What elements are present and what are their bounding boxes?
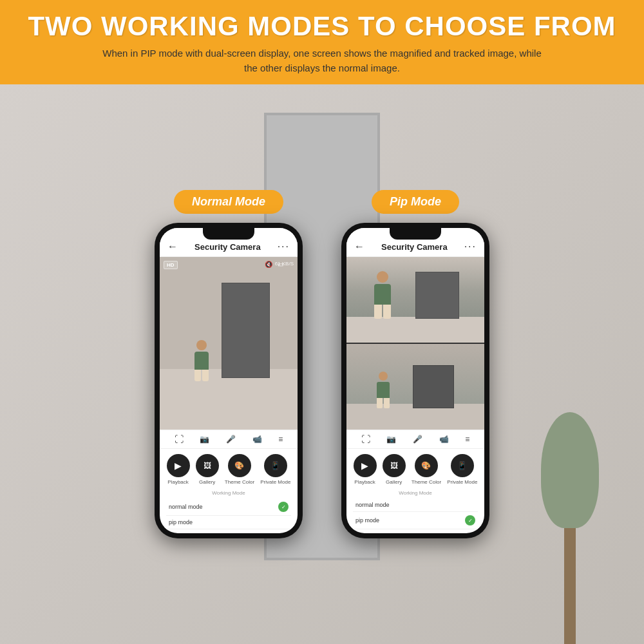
camera-view-normal: HD 61 KB/S 🔇 ▭	[160, 257, 298, 430]
mute-icon-normal[interactable]: 🔇	[265, 261, 272, 268]
person-head	[196, 340, 207, 350]
playback-icon: ▶	[167, 454, 190, 477]
gallery-label: Gallery	[199, 479, 215, 485]
pip-label-in-normal: pip mode	[169, 519, 193, 526]
pip-mode-check: ✓	[465, 515, 475, 526]
pip-mode-badge: Pip Mode	[372, 190, 459, 214]
camera-view-pip	[346, 257, 484, 430]
gallery-label-pip: Gallery	[386, 479, 402, 485]
playback-btn[interactable]: ▶ Playback	[167, 454, 190, 485]
private-label: Private Mode	[260, 479, 290, 485]
camera-scene-normal: HD 61 KB/S 🔇 ▭	[160, 257, 298, 430]
theme-label: Theme Color	[225, 479, 254, 485]
person-leg-left	[194, 370, 201, 381]
gallery-icon-pip: 🖼	[383, 454, 406, 477]
toolbar-menu-pip[interactable]: ≡	[465, 435, 469, 444]
app-title-pip: Security Camera	[381, 242, 448, 252]
playback-btn-pip[interactable]: ▶ Playback	[354, 454, 377, 485]
theme-icon-pip: 🎨	[415, 454, 438, 477]
playback-label-pip: Playback	[354, 479, 375, 485]
normal-mode-option-pip[interactable]: normal mode	[353, 498, 478, 512]
gallery-btn[interactable]: 🖼 Gallery	[196, 454, 219, 485]
header-section: TWO WORKING MODES TO CHOOSE FROM When in…	[0, 0, 644, 84]
private-icon: 📱	[264, 454, 287, 477]
toolbar-record[interactable]: 📹	[252, 435, 262, 444]
back-icon-normal[interactable]: ←	[167, 241, 178, 252]
toolbar-camera-pip[interactable]: 📷	[386, 435, 396, 444]
page-subtitle: When in PIP mode with dual-screen displa…	[97, 46, 547, 75]
pip-mode-option-in-normal[interactable]: pip mode	[166, 516, 291, 529]
cam-floor	[160, 369, 298, 430]
pip-mode-phone: ← Security Camera ···	[341, 223, 489, 538]
toolbar-pip: ⛶ 📷 🎤 📹 ≡	[346, 430, 484, 449]
playback-label: Playback	[167, 479, 188, 485]
action-buttons-normal: ▶ Playback 🖼 Gallery 🎨 Theme Color �	[160, 449, 298, 488]
person-figure-normal	[194, 340, 209, 381]
main-container: TWO WORKING MODES TO CHOOSE FROM When in…	[0, 0, 644, 644]
person-legs	[194, 370, 209, 381]
theme-icon: 🎨	[228, 454, 251, 477]
normal-mode-label: normal mode	[169, 504, 203, 510]
private-label-pip: Private Mode	[447, 479, 477, 485]
theme-color-btn[interactable]: 🎨 Theme Color	[225, 454, 254, 485]
pip-mode-option[interactable]: pip mode ✓	[353, 512, 478, 529]
toolbar-camera[interactable]: 📷	[200, 435, 209, 444]
gallery-icon: 🖼	[196, 454, 219, 477]
tree-trunk	[564, 528, 576, 644]
toolbar-fullscreen[interactable]: ⛶	[175, 434, 184, 444]
cam-door	[222, 283, 270, 377]
private-icon-pip: 📱	[451, 454, 474, 477]
page-title: TWO WORKING MODES TO CHOOSE FROM	[19, 12, 625, 41]
normal-mode-badge: Normal Mode	[174, 190, 283, 214]
working-mode-pip: Working Mode normal mode pip mode ✓	[346, 488, 484, 533]
toolbar-record-pip[interactable]: 📹	[439, 435, 449, 444]
working-mode-title-normal: Working Mode	[166, 490, 291, 496]
toolbar-fullscreen-pip[interactable]: ⛶	[361, 434, 370, 444]
private-mode-btn-pip[interactable]: 📱 Private Mode	[447, 454, 477, 485]
screen-icon-normal[interactable]: ▭	[278, 261, 283, 268]
phone-notch-right	[390, 228, 441, 240]
theme-label-pip: Theme Color	[412, 479, 441, 485]
background-tree	[541, 464, 599, 644]
action-buttons-pip: ▶ Playback 🖼 Gallery 🎨 Theme Color �	[346, 449, 484, 488]
toolbar-mic[interactable]: 🎤	[226, 435, 236, 444]
normal-mode-phone: ← Security Camera ···	[155, 223, 303, 538]
pip-mode-screen: ← Security Camera ···	[346, 228, 484, 533]
pip-mode-wrapper: Pip Mode ← Security Camera ···	[341, 190, 489, 538]
pip-top-view	[346, 257, 484, 344]
toolbar-menu[interactable]: ≡	[278, 435, 283, 444]
content-section: Normal Mode ← Security Camera ···	[0, 84, 644, 644]
gallery-btn-pip[interactable]: 🖼 Gallery	[383, 454, 406, 485]
hd-badge: HD	[164, 261, 178, 269]
more-icon-normal[interactable]: ···	[278, 241, 290, 252]
toolbar-mic-pip[interactable]: 🎤	[413, 435, 422, 444]
normal-mode-check: ✓	[278, 502, 289, 512]
theme-color-btn-pip[interactable]: 🎨 Theme Color	[412, 454, 441, 485]
toolbar-normal: ⛶ 📷 🎤 📹 ≡	[160, 430, 298, 449]
more-icon-pip[interactable]: ···	[464, 241, 477, 252]
pip-mode-label: pip mode	[355, 517, 379, 524]
working-mode-title-pip: Working Mode	[353, 490, 478, 496]
normal-mode-screen: ← Security Camera ···	[160, 228, 298, 533]
normal-mode-label-pip: normal mode	[355, 502, 390, 508]
back-icon-pip[interactable]: ←	[354, 241, 365, 252]
playback-icon-pip: ▶	[354, 454, 377, 477]
working-mode-normal: Working Mode normal mode ✓ pip mode	[160, 488, 298, 533]
tree-canopy	[541, 412, 599, 528]
normal-mode-wrapper: Normal Mode ← Security Camera ···	[155, 190, 303, 538]
pip-bottom-view	[346, 344, 484, 430]
app-title-normal: Security Camera	[194, 242, 261, 252]
normal-mode-option[interactable]: normal mode ✓	[166, 498, 291, 516]
phone-notch-left	[203, 228, 254, 240]
person-leg-right	[202, 370, 209, 381]
private-mode-btn[interactable]: 📱 Private Mode	[260, 454, 290, 485]
pip-split-view	[346, 257, 484, 430]
person-body	[194, 352, 209, 370]
